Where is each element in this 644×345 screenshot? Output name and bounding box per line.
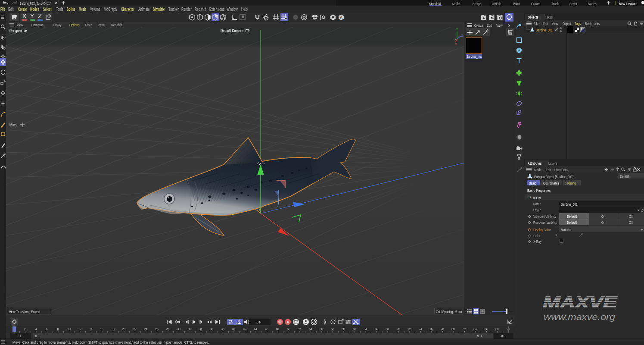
svg-text:Z: Z bbox=[461, 34, 464, 37]
svg-text:A: A bbox=[340, 16, 343, 20]
svg-text:A: A bbox=[238, 319, 240, 322]
svg-text:Y: Y bbox=[456, 28, 458, 31]
svg-text:X: X bbox=[455, 43, 457, 46]
svg-text:A: A bbox=[286, 320, 289, 324]
svg-text:MAXVE: MAXVE bbox=[543, 296, 617, 311]
svg-text:www.maxve.org: www.maxve.org bbox=[544, 312, 615, 322]
